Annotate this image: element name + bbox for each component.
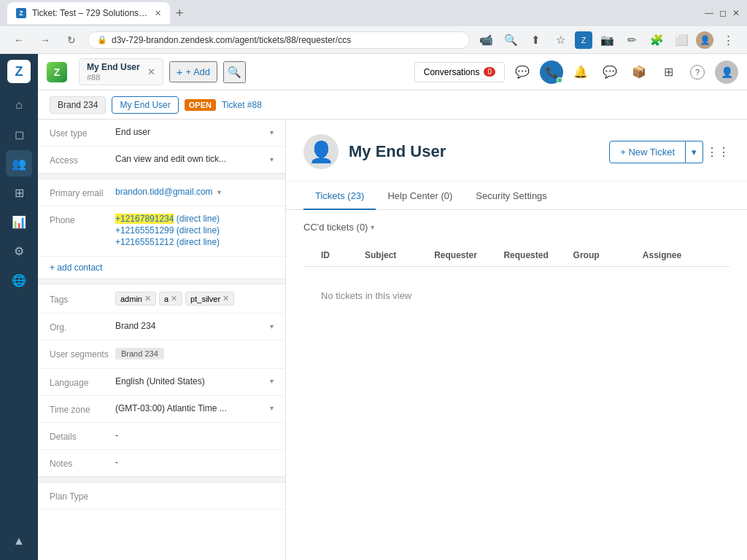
sidebar-toggle-button[interactable]: ⬜ [671, 30, 692, 50]
zoom-button[interactable]: 🔍 [500, 30, 521, 50]
pen-button[interactable]: ✏ [622, 30, 642, 50]
details-value[interactable]: - [115, 430, 274, 440]
primary-email-text[interactable]: brandon.tidd@gmail.com [115, 187, 213, 197]
active-browser-tab[interactable]: Z Ticket: Test – 729 Solutions – Zen... … [7, 2, 170, 24]
share-button[interactable]: ⬆ [525, 30, 546, 50]
phone-button[interactable]: 📞 [540, 61, 563, 84]
tabs-bar: Tickets (23) Help Center (0) Security Se… [286, 182, 747, 210]
user-type-label: User type [50, 127, 115, 139]
phone-highlighted-1: +12167891234 [115, 214, 174, 224]
user-profile-avatar: 👤 [303, 134, 338, 169]
reload-button[interactable]: ↻ [61, 30, 82, 50]
org-row: Org. Brand 234 ▾ [38, 314, 285, 341]
video-button[interactable]: 📹 [476, 30, 496, 50]
tab-title: Ticket: Test – 729 Solutions – Zen... [32, 8, 149, 18]
col-header-id[interactable]: ID [321, 250, 365, 260]
access-label: Access [50, 154, 115, 166]
col-header-requester[interactable]: Requester [434, 250, 503, 260]
add-contact-link[interactable]: + add contact [38, 257, 285, 279]
user-avatar[interactable]: 👤 [715, 61, 738, 84]
sidebar-logo: Z [7, 60, 31, 83]
breadcrumb-bar: Brand 234 My End User OPEN Ticket #88 [38, 90, 747, 120]
notes-value[interactable]: - [115, 457, 274, 467]
sidebar-item-tickets[interactable]: ◻ [6, 121, 32, 147]
minimize-button[interactable]: — [705, 8, 713, 18]
users-icon: 👥 [12, 157, 26, 171]
user-tab[interactable]: My End User #88 ✕ [79, 58, 163, 85]
ccd-chevron-icon: ▾ [371, 223, 374, 231]
tab-help-center[interactable]: Help Center (0) [376, 182, 464, 210]
breadcrumb-brand[interactable]: Brand 234 [50, 96, 106, 114]
add-button[interactable]: + + Add [169, 61, 217, 82]
tag-pt-silver[interactable]: pt_silver ✕ [185, 292, 234, 306]
maximize-button[interactable]: ◻ [719, 8, 727, 18]
language-row: Language English (United States) ▾ [38, 369, 285, 396]
tag-a-remove[interactable]: ✕ [171, 294, 177, 303]
user-segments-label: User segments [50, 348, 115, 361]
tag-pt-silver-text: pt_silver [190, 295, 220, 303]
phone-entry-3[interactable]: +12165551212 (direct line) [115, 237, 274, 247]
tag-admin-remove[interactable]: ✕ [144, 294, 151, 303]
col-header-requested[interactable]: Requested [503, 250, 573, 260]
user-type-value[interactable]: End user ▾ [115, 127, 274, 137]
col-header-subject[interactable]: Subject [365, 250, 434, 260]
sidebar-item-apps[interactable]: ▲ [6, 528, 32, 554]
timezone-value[interactable]: (GMT-03:00) Atlantic Time ... ▾ [115, 403, 274, 413]
box-button[interactable]: 📦 [627, 61, 651, 84]
reports-icon: ⊞ [15, 186, 24, 200]
col-header-assignee[interactable]: Assignee [643, 250, 712, 260]
chat-bubble-button[interactable]: 💬 [598, 61, 622, 84]
grid-dots-button[interactable]: ⋮⋮ [706, 140, 729, 163]
breadcrumb-ticket[interactable]: Ticket #88 [222, 100, 262, 110]
bell-button[interactable]: 🔔 [569, 61, 592, 84]
topbar-left: Z My End User #88 ✕ + + Add 🔍 [47, 58, 407, 85]
back-button[interactable]: ← [9, 30, 29, 50]
tab-security-settings[interactable]: Security Settings [464, 182, 559, 210]
help-button[interactable]: ? [686, 61, 709, 84]
timezone-text: (GMT-03:00) Atlantic Time ... [115, 403, 227, 413]
col-header-group[interactable]: Group [573, 250, 643, 260]
phone-entry-2[interactable]: +12165551299 (direct line) [115, 225, 274, 236]
chat-icon-button[interactable]: 💬 [511, 61, 534, 84]
user-segment-badge[interactable]: Brand 234 [115, 348, 164, 359]
new-ticket-button[interactable]: + New Ticket [609, 141, 686, 163]
box-icon: 📦 [632, 65, 646, 79]
forward-button[interactable]: → [35, 30, 55, 50]
camera-button[interactable]: 📷 [597, 30, 617, 50]
sidebar-item-globe[interactable]: 🌐 [6, 267, 32, 293]
phone-row: Phone +12167891234 (direct line) +121655… [38, 206, 285, 257]
extension1-button[interactable]: Z [575, 31, 592, 49]
sidebar-item-users[interactable]: 👥 [6, 150, 32, 176]
analytics-icon: 📊 [12, 215, 26, 229]
bookmark-button[interactable]: ☆ [550, 30, 570, 50]
grid-button[interactable]: ⊞ [657, 61, 680, 84]
close-window-button[interactable]: ✕ [732, 8, 740, 18]
breadcrumb-user[interactable]: My End User [112, 96, 178, 114]
sidebar-item-analytics[interactable]: 📊 [6, 209, 32, 235]
language-value[interactable]: English (United States) ▾ [115, 376, 274, 386]
tag-a[interactable]: a ✕ [159, 292, 182, 306]
user-tab-close-button[interactable]: ✕ [147, 66, 155, 77]
ccd-header[interactable]: CC'd tickets (0) ▾ [303, 222, 729, 233]
tab-close-button[interactable]: ✕ [155, 9, 161, 18]
url-text: d3v-729-brandon.zendesk.com/agent/ticket… [112, 35, 351, 45]
browser-controls: ← → ↻ 🔒 d3v-729-brandon.zendesk.com/agen… [0, 26, 747, 54]
search-button[interactable]: 🔍 [223, 61, 246, 83]
new-tab-button[interactable]: + [170, 6, 190, 21]
tag-pt-silver-remove[interactable]: ✕ [222, 294, 229, 303]
org-value[interactable]: Brand 234 ▾ [115, 321, 274, 331]
access-value[interactable]: Can view and edit own tick... ▾ [115, 154, 274, 164]
tab-tickets[interactable]: Tickets (23) [303, 182, 376, 210]
sidebar-item-settings[interactable]: ⚙ [6, 238, 32, 264]
new-ticket-dropdown-button[interactable]: ▾ [686, 141, 703, 163]
sidebar-item-home[interactable]: ⌂ [6, 92, 32, 118]
conversations-button[interactable]: Conversations 0 [414, 62, 505, 82]
sidebar-item-reports[interactable]: ⊞ [6, 179, 32, 206]
more-options-button[interactable]: ⋮ [718, 30, 738, 50]
address-bar[interactable]: 🔒 d3v-729-brandon.zendesk.com/agent/tick… [88, 31, 470, 49]
user-type-text: End user [115, 127, 150, 137]
phone-entry-1[interactable]: +12167891234 (direct line) [115, 214, 274, 224]
puzzle-button[interactable]: 🧩 [646, 30, 667, 50]
tag-admin[interactable]: admin ✕ [115, 292, 156, 306]
user-avatar-browser[interactable]: 👤 [696, 31, 713, 49]
